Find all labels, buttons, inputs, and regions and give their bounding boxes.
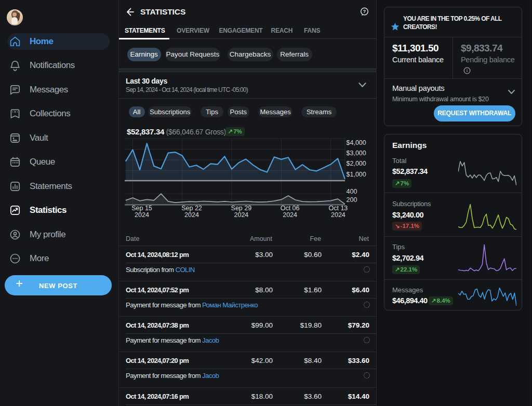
svg-text:$2,000: $2,000 (347, 160, 366, 167)
svg-text:Sep 15: Sep 15 (131, 205, 152, 212)
svg-text:2024: 2024 (331, 211, 345, 219)
svg-text:$1,000: $1,000 (347, 171, 366, 178)
svg-text:Sep 22: Sep 22 (181, 205, 202, 212)
svg-text:2024: 2024 (135, 211, 149, 219)
svg-text:400: 400 (347, 188, 357, 195)
svg-text:Sep 29: Sep 29 (231, 205, 252, 212)
svg-text:$3,000: $3,000 (347, 150, 366, 157)
svg-text:Oct 13: Oct 13 (328, 205, 348, 212)
svg-text:$4,000: $4,000 (347, 139, 366, 146)
svg-text:Oct 06: Oct 06 (281, 205, 300, 212)
svg-text:2024: 2024 (234, 211, 248, 219)
svg-text:?: ? (363, 8, 366, 14)
svg-text:2024: 2024 (283, 211, 297, 219)
svg-text:200: 200 (347, 196, 357, 204)
svg-text:2024: 2024 (184, 211, 199, 219)
